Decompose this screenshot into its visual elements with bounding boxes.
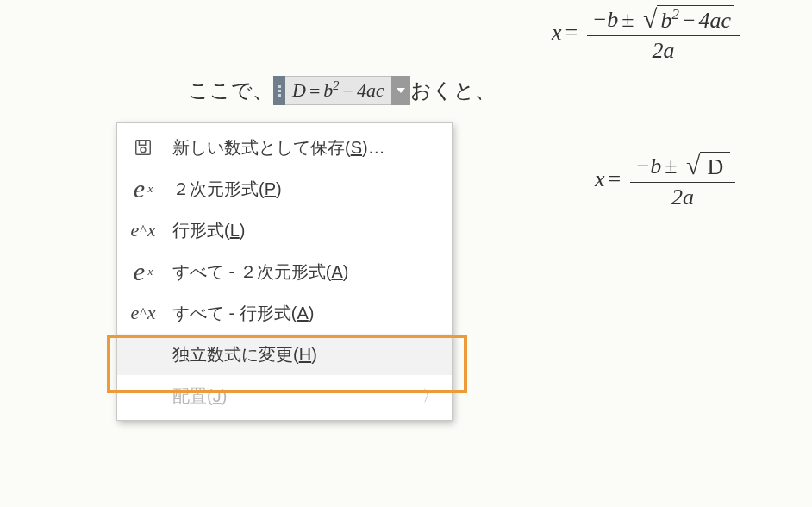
svg-rect-1 [139,141,145,146]
e-superscript-x-icon: e x [126,258,160,285]
quadratic-formula-full: x= −b± √b2−4ac 2a [552,5,740,64]
menu-item-label: すべて - 行形式(A) [172,302,440,325]
equation-box-content[interactable]: D=b2−4ac [285,77,391,103]
e-caret-x-icon: e^x [126,216,160,244]
menu-item-label: すべて - ２次元形式(A) [172,260,440,284]
blank-icon [126,341,160,368]
grip-handle-icon[interactable] [273,76,285,105]
menu-professional-format[interactable]: e x ２次元形式(P) [117,168,452,210]
e-caret-x-icon: e^x [126,299,160,327]
menu-justification: 配置(J) 〉 [117,375,452,416]
text-before: ここで、 [188,77,273,104]
text-after: おくと、 [410,77,496,104]
menu-item-label: 独立数式に変更(H) [172,343,440,366]
menu-item-label: 行形式(L) [172,219,440,242]
svg-point-2 [141,147,146,153]
menu-linear-format[interactable]: e^x 行形式(L) [117,210,452,251]
save-icon [126,134,160,161]
menu-save-as-new-equation[interactable]: 新しい数式として保存(S)… [117,127,452,168]
menu-change-to-display[interactable]: 独立数式に変更(H) [117,334,452,375]
e-superscript-x-icon: e x [126,175,160,203]
equation-options-dropdown[interactable] [391,76,410,105]
chevron-down-icon [397,88,405,93]
quadratic-formula-d: x= −b± √D 2a [595,152,735,210]
menu-item-label: 配置(J) [172,385,440,408]
menu-all-professional-format[interactable]: e x すべて - ２次元形式(A) [117,251,452,292]
menu-all-linear-format[interactable]: e^x すべて - 行形式(A) [117,292,452,334]
equation-box[interactable]: D=b2−4ac [273,76,410,105]
blank-icon [126,382,160,410]
menu-item-label: ２次元形式(P) [172,178,440,201]
inline-equation-line: ここで、 D=b2−4ac おくと、 [188,76,496,105]
chevron-right-icon: 〉 [422,385,438,406]
equation-context-menu: 新しい数式として保存(S)… e x ２次元形式(P) e^x 行形式(L) e… [116,122,453,421]
menu-item-label: 新しい数式として保存(S)… [172,136,440,160]
